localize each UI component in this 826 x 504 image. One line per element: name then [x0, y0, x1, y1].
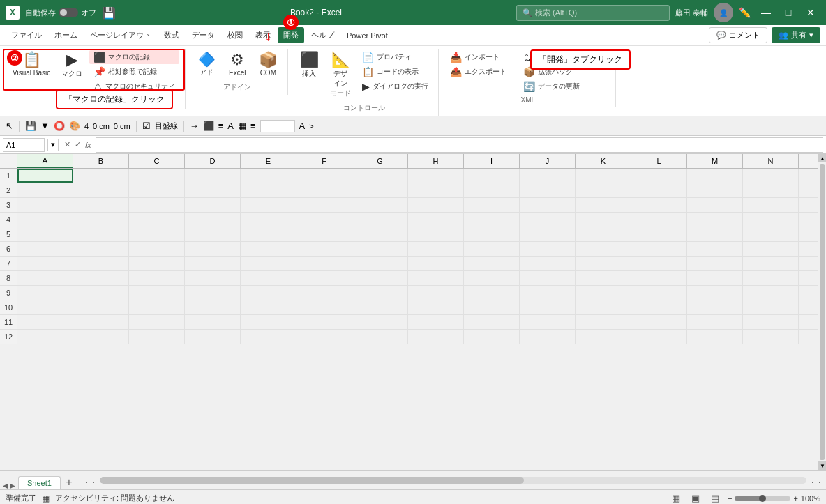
cell[interactable] [241, 257, 296, 270]
cell[interactable] [185, 198, 241, 212]
zoom-thumb[interactable] [759, 495, 766, 502]
cell[interactable] [743, 242, 799, 256]
col-header-b[interactable]: B [73, 154, 129, 168]
cell[interactable] [352, 286, 408, 300]
cell[interactable] [464, 198, 520, 212]
cell[interactable] [352, 227, 408, 241]
cell[interactable] [464, 213, 520, 227]
cell[interactable] [631, 242, 687, 256]
run-dialog-button[interactable]: ▶ ダイアログの実行 [358, 79, 433, 93]
sheet-right-arrow[interactable]: ▶ [10, 482, 15, 489]
cell[interactable] [464, 169, 520, 183]
cell[interactable] [687, 300, 743, 314]
cell[interactable] [241, 242, 296, 256]
export-button[interactable]: 📤 エクスポート [446, 65, 511, 79]
checkbox-icon[interactable]: ☑ [142, 121, 151, 131]
col-header-m[interactable]: M [687, 154, 743, 168]
view-code-button[interactable]: 📋 コードの表示 [358, 65, 433, 79]
properties-button[interactable]: 📄 プロパティ [358, 50, 433, 64]
cell[interactable] [687, 257, 743, 270]
cell[interactable] [241, 198, 296, 212]
cell[interactable] [743, 300, 799, 314]
cell[interactable] [73, 315, 129, 329]
cell[interactable] [520, 213, 576, 227]
cell[interactable] [631, 227, 687, 241]
cell[interactable] [17, 330, 73, 344]
cell[interactable] [17, 213, 73, 227]
cell[interactable] [408, 330, 464, 344]
cell[interactable] [185, 330, 241, 344]
cell[interactable] [520, 315, 576, 329]
cell[interactable] [576, 227, 631, 241]
menu-pagelayout[interactable]: ページレイアウト [84, 27, 157, 43]
vertical-scrollbar[interactable]: ▲ ▼ [818, 154, 826, 470]
cell[interactable] [408, 183, 464, 197]
cell[interactable] [73, 300, 129, 314]
cell[interactable] [631, 286, 687, 300]
menu-file[interactable]: ファイル [6, 27, 47, 43]
cell[interactable] [743, 271, 799, 285]
cell[interactable] [185, 300, 241, 314]
cell[interactable] [185, 183, 241, 197]
col-header-c[interactable]: C [129, 154, 185, 168]
filter-icon[interactable]: ▼ [40, 121, 50, 131]
cell[interactable] [352, 169, 408, 183]
cell[interactable] [296, 198, 352, 212]
page-view-button[interactable]: ▣ [689, 491, 703, 505]
cell[interactable] [408, 242, 464, 256]
cell[interactable] [464, 286, 520, 300]
menu-home[interactable]: ホーム [49, 27, 83, 43]
cell[interactable] [352, 257, 408, 270]
cell[interactable] [296, 183, 352, 197]
align-icon[interactable]: ⬛ [203, 121, 214, 131]
cell[interactable] [408, 271, 464, 285]
design-mode-button[interactable]: 📐 デザ イン モード [326, 50, 355, 100]
cell[interactable] [296, 169, 352, 183]
cell[interactable] [241, 227, 296, 241]
cell[interactable] [631, 198, 687, 212]
cell[interactable] [687, 315, 743, 329]
cell[interactable] [129, 271, 185, 285]
cell[interactable] [408, 169, 464, 183]
sheet-tab-arrows[interactable]: ◀ ▶ [3, 482, 15, 489]
formula-input[interactable] [96, 137, 823, 153]
cell[interactable] [73, 286, 129, 300]
cell[interactable] [17, 227, 73, 241]
cell[interactable] [576, 169, 631, 183]
insert-button[interactable]: ⬛ 挿入 [295, 50, 323, 81]
zoom-plus-icon[interactable]: + [793, 494, 797, 503]
refresh-data-button[interactable]: 🔄 データの更新 [519, 79, 610, 93]
cell[interactable] [352, 198, 408, 212]
cell[interactable] [17, 169, 73, 183]
cell[interactable] [631, 300, 687, 314]
cell[interactable] [743, 330, 799, 344]
close-button[interactable]: ✕ [801, 6, 820, 20]
cell[interactable] [520, 286, 576, 300]
cell[interactable] [296, 227, 352, 241]
cell[interactable] [464, 183, 520, 197]
cell[interactable] [185, 213, 241, 227]
maximize-button[interactable]: □ [779, 6, 798, 20]
cell[interactable] [296, 257, 352, 270]
col-header-i[interactable]: I [464, 154, 520, 168]
cell[interactable] [352, 183, 408, 197]
cell[interactable] [352, 213, 408, 227]
cell[interactable] [687, 242, 743, 256]
cell[interactable] [576, 315, 631, 329]
align-center-icon[interactable]: ≡ [250, 121, 256, 131]
cell[interactable] [631, 315, 687, 329]
cell[interactable] [73, 169, 129, 183]
col-header-j[interactable]: J [520, 154, 576, 168]
cell[interactable] [631, 271, 687, 285]
cell[interactable] [129, 183, 185, 197]
cell[interactable] [17, 183, 73, 197]
col-header-l[interactable]: L [631, 154, 687, 168]
cell[interactable] [743, 227, 799, 241]
cell-reference[interactable]: A1 [3, 138, 45, 152]
font-color-a[interactable]: A [299, 121, 306, 131]
cell[interactable] [352, 300, 408, 314]
cell[interactable] [185, 257, 241, 270]
cell[interactable] [17, 257, 73, 270]
cell[interactable] [352, 242, 408, 256]
cell[interactable] [743, 198, 799, 212]
